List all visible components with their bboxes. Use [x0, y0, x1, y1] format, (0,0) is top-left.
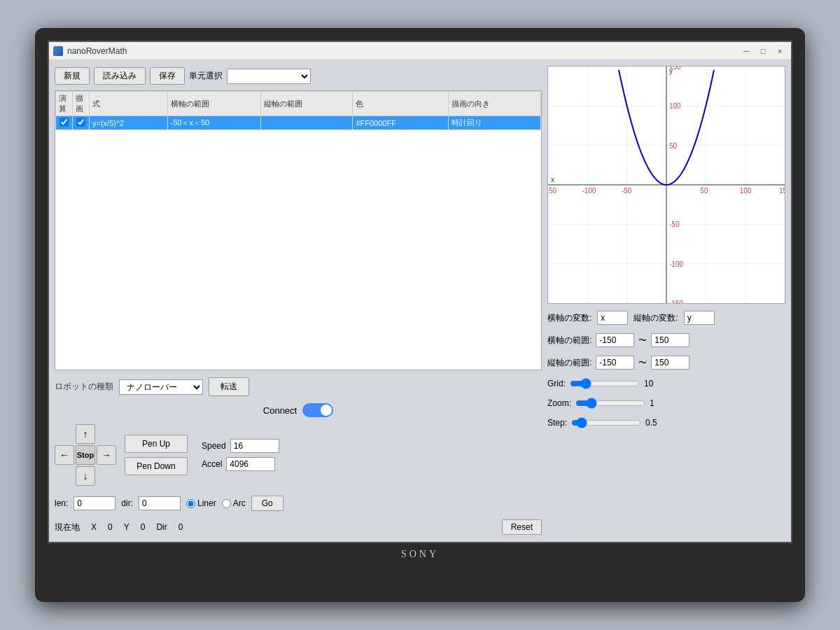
- robot-type-label: ロボットの種類: [55, 381, 113, 393]
- zoom-label: Zoom:: [547, 398, 571, 408]
- x-range-label: 横軸の範囲:: [547, 335, 592, 346]
- robot-section: ロボットの種類 ナノローバー 転送: [55, 374, 542, 399]
- graph-container: [547, 66, 785, 304]
- col-xrange: 横軸の範囲: [167, 92, 260, 116]
- dir-label: dir:: [121, 498, 133, 508]
- close-button[interactable]: ×: [773, 46, 787, 57]
- load-button[interactable]: 読み込み: [94, 67, 146, 85]
- dpad: ↑ ← Stop → ↓: [55, 424, 116, 486]
- y-label: Y: [124, 522, 130, 532]
- window-controls[interactable]: ─ □ ×: [739, 46, 787, 57]
- x-max-input[interactable]: [651, 333, 690, 347]
- app-title: nanoRoverMath: [67, 46, 127, 56]
- unit-select[interactable]: [227, 69, 311, 84]
- accel-label: Accel: [202, 459, 222, 469]
- liner-radio[interactable]: [186, 499, 195, 508]
- new-button[interactable]: 新規: [55, 67, 90, 85]
- pen-down-button[interactable]: Pen Down: [125, 457, 188, 475]
- left-button[interactable]: ←: [55, 445, 74, 465]
- stop-button[interactable]: Stop: [76, 445, 95, 465]
- step-row: Step: 0.5: [547, 416, 785, 430]
- up-button[interactable]: ↑: [76, 424, 95, 444]
- connect-label: Connect: [263, 405, 297, 416]
- x-var-label: 横軸の変数:: [547, 312, 592, 324]
- right-button[interactable]: →: [97, 445, 116, 465]
- speed-label: Speed: [202, 441, 226, 451]
- x-range-tilde: 〜: [638, 335, 647, 346]
- position-row: 現在地 X 0 Y 0 Dir 0 Reset: [55, 518, 542, 536]
- transfer-button[interactable]: 転送: [209, 377, 249, 396]
- unit-label: 単元選択: [189, 70, 223, 82]
- connect-toggle[interactable]: [302, 403, 333, 417]
- y-range-label: 縦軸の範囲:: [547, 357, 592, 369]
- arc-radio-label[interactable]: Arc: [222, 498, 246, 508]
- down-button[interactable]: ↓: [76, 466, 95, 486]
- graph-canvas: [548, 66, 785, 303]
- x-var-input[interactable]: [597, 311, 628, 325]
- robot-type-select[interactable]: ナノローバー: [119, 379, 203, 395]
- minimize-button[interactable]: ─: [739, 46, 753, 57]
- accel-input[interactable]: [226, 457, 275, 471]
- y-max-input[interactable]: [651, 356, 690, 370]
- col-formula: 式: [90, 92, 168, 116]
- save-button[interactable]: 保存: [150, 67, 185, 85]
- col-color: 色: [353, 92, 449, 116]
- pen-buttons: Pen Up Pen Down: [125, 435, 188, 475]
- x-min-input[interactable]: [596, 333, 634, 347]
- reset-button[interactable]: Reset: [502, 519, 542, 535]
- dir-input[interactable]: [139, 496, 181, 510]
- dir-label: Dir: [156, 522, 167, 532]
- grid-slider[interactable]: [570, 378, 640, 389]
- formula-table: 演算 描画 式 横軸の範囲 縦軸の範囲 色 描画の向き y=: [55, 90, 542, 370]
- toggle-knob: [321, 405, 332, 416]
- app-icon: [53, 46, 63, 56]
- liner-label: Liner: [197, 498, 216, 508]
- y-value: 0: [141, 522, 146, 532]
- zoom-slider[interactable]: [575, 398, 645, 409]
- maximize-button[interactable]: □: [756, 46, 770, 57]
- calc-checkbox-cell: [56, 116, 73, 130]
- grid-value: 10: [644, 379, 653, 388]
- zoom-row: Zoom: 1: [547, 396, 785, 410]
- len-dir-row: len: dir: Liner Arc Go: [55, 493, 542, 514]
- liner-radio-label[interactable]: Liner: [186, 498, 216, 508]
- grid-row: Grid: 10: [547, 377, 785, 391]
- y-var-label: 縦軸の変数:: [634, 312, 678, 324]
- control-area: ↑ ← Stop → ↓ Pen Up Pen Down: [55, 421, 542, 489]
- titlebar: nanoRoverMath ─ □ ×: [49, 42, 791, 60]
- toolbar: 新規 読み込み 保存 単元選択: [55, 66, 542, 86]
- speed-area: Speed Accel: [202, 439, 279, 471]
- col-direction: 描画の向き: [449, 92, 541, 116]
- x-var-row: 横軸の変数: 縦軸の変数:: [547, 309, 785, 326]
- mode-radio-group: Liner Arc: [186, 498, 246, 508]
- draw-checkbox[interactable]: [76, 118, 85, 127]
- y-var-input[interactable]: [684, 311, 715, 325]
- y-min-input[interactable]: [596, 356, 634, 370]
- y-range-row: 縦軸の範囲: 〜: [547, 354, 785, 371]
- col-yrange: 縦軸の範囲: [260, 92, 353, 116]
- calc-checkbox[interactable]: [59, 118, 69, 127]
- arc-radio[interactable]: [222, 499, 231, 508]
- step-label: Step:: [547, 418, 567, 428]
- len-label: len:: [55, 498, 68, 508]
- step-slider[interactable]: [571, 417, 641, 428]
- y-range-tilde: 〜: [638, 357, 647, 369]
- col-draw: 描画: [73, 92, 90, 116]
- xrange-cell: -50＜x＜50: [167, 116, 260, 130]
- pen-up-button[interactable]: Pen Up: [125, 435, 188, 453]
- x-label: X: [91, 522, 97, 532]
- draw-checkbox-cell: [73, 116, 90, 130]
- grid-label: Grid:: [547, 379, 566, 388]
- brand-label: SONY: [401, 549, 439, 560]
- zoom-value: 1: [650, 398, 654, 408]
- dir-pos-value: 0: [178, 522, 183, 532]
- yrange-cell: [260, 116, 353, 130]
- go-button[interactable]: Go: [251, 496, 284, 511]
- direction-cell: 時計回り: [449, 116, 541, 130]
- len-input[interactable]: [74, 496, 115, 510]
- speed-input[interactable]: [230, 439, 279, 453]
- arc-label: Arc: [233, 498, 246, 508]
- connect-row: Connect: [55, 403, 542, 417]
- table-row[interactable]: y=(x/5)^2 -50＜x＜50 #FF0000FF 時計回り: [56, 116, 541, 130]
- col-calc: 演算: [56, 92, 73, 116]
